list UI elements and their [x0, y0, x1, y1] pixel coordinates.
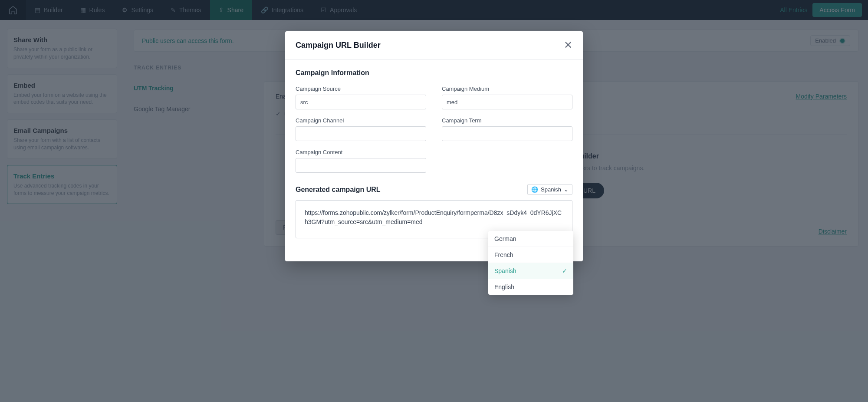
field-campaign-source: Campaign Source — [296, 86, 426, 109]
lang-option-spanish[interactable]: Spanish✓ — [488, 263, 573, 279]
modal-overlay: Campaign URL Builder ✕ Campaign Informat… — [0, 0, 868, 402]
field-label: Campaign Source — [296, 86, 426, 92]
globe-icon: 🌐 — [531, 186, 538, 193]
language-value: Spanish — [541, 186, 561, 193]
campaign-medium-input[interactable] — [442, 95, 572, 109]
chevron-down-icon: ⌄ — [564, 186, 569, 193]
campaign-source-input[interactable] — [296, 95, 426, 109]
field-label: Campaign Channel — [296, 117, 426, 124]
close-icon[interactable]: ✕ — [564, 39, 572, 51]
language-select[interactable]: 🌐 Spanish ⌄ — [527, 184, 572, 195]
field-label: Campaign Term — [442, 117, 572, 124]
lang-option-english[interactable]: English — [488, 279, 573, 295]
check-icon: ✓ — [562, 267, 567, 274]
fields-grid: Campaign Source Campaign Medium Campaign… — [296, 86, 572, 173]
campaign-channel-input[interactable] — [296, 126, 426, 141]
modal-section-title: Campaign Information — [296, 69, 572, 77]
campaign-url-builder-modal: Campaign URL Builder ✕ Campaign Informat… — [285, 31, 583, 261]
campaign-content-input[interactable] — [296, 158, 426, 173]
field-label: Campaign Content — [296, 149, 426, 155]
lang-option-german[interactable]: German — [488, 231, 573, 247]
field-campaign-term: Campaign Term — [442, 117, 572, 141]
lang-option-label: Spanish — [494, 267, 516, 274]
language-dropdown: German French Spanish✓ English — [488, 231, 573, 295]
generated-url-label: Generated campaign URL — [296, 186, 381, 194]
generated-url-row: Generated campaign URL 🌐 Spanish ⌄ — [296, 184, 572, 195]
modal-body: Campaign Information Campaign Source Cam… — [285, 59, 583, 248]
field-campaign-channel: Campaign Channel — [296, 117, 426, 141]
modal-title: Campaign URL Builder — [296, 41, 381, 50]
lang-option-french[interactable]: French — [488, 247, 573, 263]
campaign-term-input[interactable] — [442, 126, 572, 141]
modal-header: Campaign URL Builder ✕ — [285, 31, 583, 59]
field-label: Campaign Medium — [442, 86, 572, 92]
field-campaign-content: Campaign Content — [296, 149, 426, 173]
field-campaign-medium: Campaign Medium — [442, 86, 572, 109]
